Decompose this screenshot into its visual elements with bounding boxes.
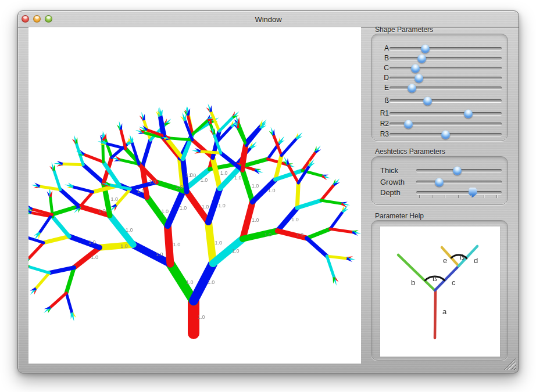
slider-row-r3: R3 bbox=[371, 130, 508, 139]
slider-c-track[interactable] bbox=[390, 67, 502, 70]
slider-row-d: D bbox=[371, 73, 508, 82]
slider-row-beta: ß bbox=[371, 96, 508, 105]
tick-mark bbox=[458, 195, 459, 198]
slider-label-d: D bbox=[374, 74, 389, 82]
tick-mark bbox=[496, 195, 497, 198]
slider-r1-knob[interactable] bbox=[464, 109, 473, 118]
tick-mark bbox=[484, 195, 484, 198]
slider-e-knob[interactable] bbox=[408, 84, 416, 92]
slider-beta-track[interactable] bbox=[390, 99, 502, 102]
app-window: Window Shape Parameters A B C D bbox=[17, 10, 519, 373]
slider-row-b: B bbox=[371, 53, 508, 63]
slider-c-knob[interactable] bbox=[411, 64, 420, 73]
desktop: Window Shape Parameters A B C D bbox=[0, 0, 536, 392]
slider-label-a: A bbox=[374, 44, 389, 52]
slider-label-b: B bbox=[374, 54, 389, 62]
slider-e-track[interactable] bbox=[390, 87, 502, 89]
slider-r1-track[interactable] bbox=[390, 112, 502, 115]
slider-row-r1: R1 bbox=[371, 109, 508, 118]
slider-label-beta: ß bbox=[374, 96, 389, 105]
tick-mark bbox=[445, 195, 445, 198]
tree-canvas bbox=[28, 27, 361, 364]
slider-row-r2: R2 bbox=[371, 119, 508, 128]
slider-label-e: E bbox=[374, 84, 389, 92]
slider-r2-knob[interactable] bbox=[404, 120, 413, 128]
help-canvas bbox=[380, 226, 500, 357]
slider-r3-track[interactable] bbox=[390, 133, 502, 136]
slider-r2-track[interactable] bbox=[390, 123, 502, 125]
slider-label-c: C bbox=[374, 64, 389, 72]
parameter-help-title: Parameter Help bbox=[375, 212, 424, 220]
slider-label-thick: Thick bbox=[380, 166, 398, 175]
shape-parameters-box: A B C D E ß R1 bbox=[371, 34, 508, 141]
slider-growth-knob[interactable] bbox=[435, 178, 444, 186]
parameter-help-box bbox=[371, 220, 508, 361]
parameter-help-diagram bbox=[380, 226, 500, 357]
tree-render-view bbox=[28, 27, 361, 364]
slider-label-growth: Growth bbox=[380, 178, 405, 186]
resize-grip[interactable] bbox=[504, 358, 516, 370]
slider-b-knob[interactable] bbox=[417, 54, 426, 63]
slider-b-track[interactable] bbox=[390, 57, 502, 60]
slider-thick-knob[interactable] bbox=[453, 166, 462, 175]
tick-mark bbox=[419, 195, 420, 198]
aesthetics-parameters-box: Thick Growth Depth bbox=[371, 156, 508, 205]
tick-mark bbox=[471, 195, 471, 198]
shape-parameters-title: Shape Parameters bbox=[375, 26, 433, 34]
title-bar[interactable]: Window bbox=[18, 11, 519, 28]
slider-label-r2: R2 bbox=[374, 120, 389, 128]
tick-mark bbox=[432, 195, 433, 198]
slider-label-depth: Depth bbox=[380, 188, 401, 197]
slider-row-a: A bbox=[371, 44, 508, 53]
slider-d-track[interactable] bbox=[390, 77, 502, 80]
slider-depth-track[interactable] bbox=[416, 191, 502, 194]
slider-label-r1: R1 bbox=[374, 109, 389, 117]
slider-r3-knob[interactable] bbox=[441, 130, 450, 139]
slider-thick-track[interactable] bbox=[416, 169, 502, 172]
slider-label-r3: R3 bbox=[374, 130, 389, 138]
slider-row-thick: Thick bbox=[371, 166, 508, 175]
slider-row-e: E bbox=[371, 83, 508, 92]
slider-row-c: C bbox=[371, 63, 508, 73]
slider-growth-track[interactable] bbox=[416, 181, 502, 184]
slider-a-track[interactable] bbox=[390, 47, 502, 50]
slider-row-growth: Growth bbox=[371, 177, 508, 186]
slider-a-knob[interactable] bbox=[421, 44, 430, 53]
window-title: Window bbox=[18, 15, 519, 24]
aesthetics-parameters-title: Aeshtetics Parameters bbox=[375, 148, 445, 156]
depth-slider-ticks bbox=[419, 195, 496, 199]
slider-beta-knob[interactable] bbox=[423, 96, 432, 105]
slider-d-knob[interactable] bbox=[414, 74, 423, 82]
